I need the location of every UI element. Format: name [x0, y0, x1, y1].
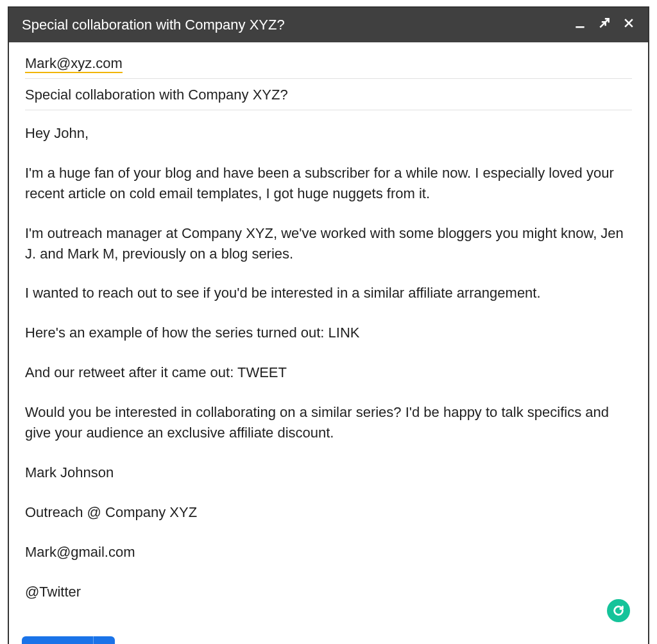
- compose-toolbar: Send $: [9, 627, 648, 644]
- body-p6: Would you be interested in collaborating…: [25, 402, 632, 443]
- subject-field[interactable]: Special collaboration with Company XYZ?: [25, 79, 632, 110]
- format-icon[interactable]: [126, 640, 155, 644]
- more-icon[interactable]: [574, 640, 602, 644]
- image-icon[interactable]: [293, 640, 321, 644]
- sig-twitter: @Twitter: [25, 582, 632, 602]
- close-icon[interactable]: [622, 17, 635, 33]
- grammarly-icon[interactable]: [607, 599, 630, 622]
- body-p2: I'm outreach manager at Company XYZ, we'…: [25, 223, 632, 264]
- to-value[interactable]: Mark@xyz.com: [25, 55, 123, 73]
- window-controls: [574, 17, 635, 33]
- send-group: Send: [22, 636, 115, 644]
- compose-window: Special collaboration with Company XYZ? …: [8, 6, 649, 644]
- minimize-icon[interactable]: [574, 17, 586, 33]
- send-more-button[interactable]: [93, 636, 115, 644]
- sig-role: Outreach @ Company XYZ: [25, 502, 632, 523]
- expand-icon[interactable]: [598, 17, 611, 33]
- send-button[interactable]: Send: [22, 636, 93, 644]
- body-p3: I wanted to reach out to see if you'd be…: [25, 283, 632, 303]
- message-body[interactable]: Hey John, I'm a huge fan of your blog an…: [9, 110, 648, 627]
- trash-icon[interactable]: [607, 640, 635, 644]
- link-icon[interactable]: [193, 640, 221, 644]
- sig-name: Mark Johnson: [25, 462, 632, 483]
- svg-rect-0: [576, 26, 584, 28]
- subject-value[interactable]: Special collaboration with Company XYZ?: [25, 87, 288, 103]
- sig-email: Mark@gmail.com: [25, 542, 632, 563]
- emoji-icon[interactable]: [226, 640, 255, 644]
- body-p4: Here's an example of how the series turn…: [25, 323, 632, 343]
- compose-header: Special collaboration with Company XYZ?: [9, 8, 648, 42]
- body-p1: I'm a huge fan of your blog and have bee…: [25, 163, 632, 204]
- confidential-icon[interactable]: [327, 640, 355, 644]
- body-p5: And our retweet after it came out: TWEET: [25, 362, 632, 383]
- attach-icon[interactable]: [160, 640, 188, 644]
- header-fields: Mark@xyz.com Special collaboration with …: [9, 42, 648, 110]
- money-icon[interactable]: $: [360, 640, 388, 644]
- drive-icon[interactable]: [260, 640, 288, 644]
- compose-title: Special collaboration with Company XYZ?: [22, 17, 574, 33]
- to-field[interactable]: Mark@xyz.com: [25, 47, 632, 79]
- body-greeting: Hey John,: [25, 123, 632, 144]
